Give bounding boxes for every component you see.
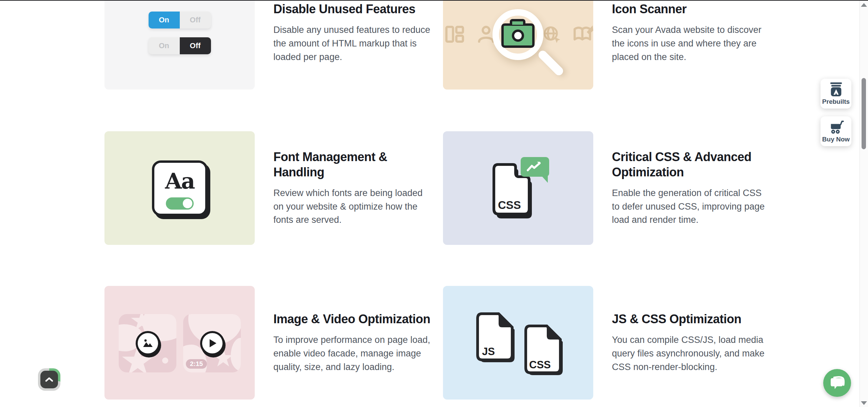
floating-side-nav: Prebuilts Buy Now: [821, 79, 851, 146]
thumb-blob: [231, 338, 241, 372]
feature-title: Disable Unused Features: [273, 1, 433, 17]
camera-lens: [512, 30, 524, 42]
feature-description: You can compile CSS/JS, load media query…: [612, 333, 771, 374]
feature-title: Image & Video Optimization: [273, 311, 433, 327]
toggle-illustration: On Off On Off: [104, 0, 255, 90]
font-preview-icon: Aa: [152, 160, 208, 216]
svg-text:CSS: CSS: [529, 359, 551, 371]
image-icon: [142, 339, 153, 348]
book-pencil-icon: [573, 25, 593, 44]
svg-text:CSS: CSS: [498, 199, 521, 211]
prebuilts-button[interactable]: Prebuilts: [821, 79, 851, 109]
font-illustration-card: Aa: [104, 131, 255, 245]
magnifier-handle: [537, 49, 565, 77]
scroll-to-top-inner: [40, 371, 58, 388]
scroll-to-top-button[interactable]: [38, 368, 60, 391]
critical-css-text: Critical CSS & Advanced Optimization Ena…: [612, 149, 771, 227]
growth-bubble-icon: [521, 157, 549, 177]
layout-icon: [445, 25, 465, 43]
js-css-text: JS & CSS Optimization You can compile CS…: [612, 311, 771, 374]
dot-shape: [162, 357, 168, 364]
scrollbar-thumb[interactable]: [862, 78, 866, 149]
toggle2-on-segment: On: [149, 37, 180, 54]
icon-scanner-text: Icon Scanner Scan your Avada website to …: [612, 1, 771, 64]
chat-widget-button[interactable]: [823, 369, 851, 397]
prebuilts-label: Prebuilts: [822, 98, 850, 105]
window-top-edge: [0, 0, 868, 1]
chat-bubbles-icon: [829, 375, 845, 390]
cart-icon: [828, 119, 844, 134]
image-video-text: Image & Video Optimization To improve pe…: [273, 311, 433, 374]
disable-features-text: Disable Unused Features Disable any unus…: [273, 1, 433, 64]
feature-font-management: Aa Font Management & Handling Review whi…: [104, 131, 433, 245]
toggle2-off-segment: Off: [180, 37, 211, 54]
feature-description: Review which fonts are being loaded on y…: [273, 187, 433, 227]
feature-description: Scan your Avada website to discover the …: [612, 23, 771, 64]
toggle1-on-segment: On: [149, 12, 180, 28]
bubble-tail: [542, 176, 548, 183]
feature-image-video: 2:15 Image & Video Optimization To impro…: [104, 286, 433, 400]
play-button: [200, 331, 225, 355]
feature-title: Critical CSS & Advanced Optimization: [612, 149, 771, 180]
buy-now-button[interactable]: Buy Now: [821, 116, 851, 146]
js-file-icon: JS: [473, 312, 518, 363]
feature-title: JS & CSS Optimization: [612, 311, 771, 327]
feature-title: Icon Scanner: [612, 1, 771, 17]
css-file-icon: CSS: [521, 324, 566, 375]
feature-icon-scanner: Icon Scanner Scan your Avada website to …: [443, 0, 771, 90]
image-thumbnail: [119, 314, 176, 372]
on-off-toggle-1: On Off: [149, 12, 211, 28]
image-button: [136, 331, 160, 355]
scrollbar-down-arrow[interactable]: [861, 401, 867, 405]
video-thumbnail: 2:15: [183, 314, 241, 372]
buy-now-label: Buy Now: [822, 136, 850, 143]
video-duration-badge: 2:15: [186, 359, 207, 369]
font-sample-glyph: Aa: [165, 170, 194, 192]
avada-prebuilts-icon: [828, 82, 844, 97]
feature-js-css: JS CSS JS & CSS Optimization You can com…: [443, 286, 771, 400]
icon-scanner-illustration-card: [443, 0, 593, 90]
trending-up-icon: [527, 161, 543, 172]
page-scrollbar: [860, 0, 868, 407]
critical-css-illustration-card: CSS: [443, 131, 593, 245]
feature-description: To improve performance on page load, ena…: [273, 333, 433, 374]
feature-description: Enable the generation of critical CSS to…: [612, 187, 771, 227]
camera-icon: [501, 23, 535, 48]
feature-title: Font Management & Handling: [273, 149, 433, 180]
toggle1-off-segment: Off: [180, 12, 211, 28]
scrollbar-up-arrow[interactable]: [861, 3, 867, 7]
disable-features-illustration-card: On Off On Off: [104, 0, 255, 90]
chevron-up-icon: [45, 377, 53, 382]
feature-description: Disable any unused features to reduce th…: [273, 23, 433, 64]
play-icon: [209, 339, 217, 348]
js-css-illustration-card: JS CSS: [443, 286, 593, 400]
on-off-toggle-2: On Off: [149, 37, 211, 54]
image-video-illustration-card: 2:15: [104, 286, 255, 400]
globe-cursor-icon: [542, 25, 562, 45]
feature-critical-css: CSS Critical CSS & Advanced Optimization…: [443, 131, 771, 245]
font-toggle-icon: [166, 197, 194, 210]
svg-text:JS: JS: [482, 346, 495, 357]
feature-disable-unused-features: On Off On Off Disable Unused Features Di…: [104, 0, 433, 90]
font-management-text: Font Management & Handling Review which …: [273, 149, 433, 227]
font-toggle-knob: [183, 199, 192, 208]
